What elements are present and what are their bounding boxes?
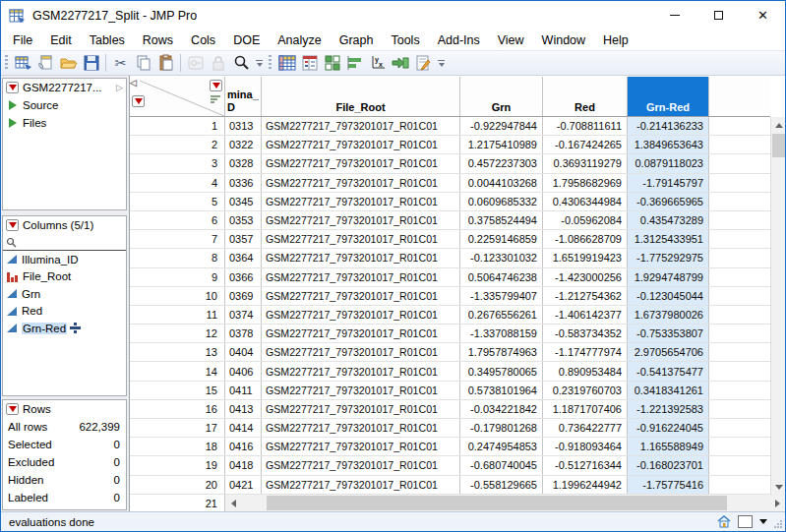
rows-stat-row[interactable]: All rows 622,399 bbox=[3, 418, 126, 436]
rows-stat-row[interactable]: Excluded 0 bbox=[3, 453, 126, 471]
file-root-cell[interactable]: GSM2277217_7973201017_R01C01 bbox=[262, 230, 460, 248]
menu-item[interactable]: DOE bbox=[224, 31, 269, 49]
illumina-id-cell[interactable]: 0353 bbox=[225, 211, 262, 229]
row-number-cell[interactable]: 3 bbox=[130, 154, 225, 172]
red-cell[interactable]: 1.6519919423 bbox=[543, 249, 628, 266]
illumina-id-cell[interactable]: 0345 bbox=[225, 193, 262, 210]
file-root-cell[interactable]: GSM2277217_7973201017_R01C01 bbox=[262, 325, 460, 342]
file-root-cell[interactable]: GSM2277217_7973201017_R01C01 bbox=[262, 174, 460, 192]
new-data-table-icon[interactable] bbox=[12, 52, 34, 74]
column-item-grn[interactable]: Grn bbox=[3, 285, 126, 303]
rows-stat-row[interactable]: Labeled 0 bbox=[3, 489, 126, 506]
grn-red-cell[interactable]: 0.3418341261 bbox=[628, 382, 709, 399]
grn-red-cell[interactable]: -0.168023701 bbox=[628, 456, 709, 474]
illumina-id-cell[interactable]: 0322 bbox=[225, 136, 262, 153]
data-table-icon[interactable] bbox=[275, 52, 298, 74]
menu-item[interactable]: Help bbox=[594, 31, 637, 49]
illumina-id-cell[interactable]: 0418 bbox=[225, 456, 262, 474]
illumina-id-cell[interactable]: 0328 bbox=[225, 154, 262, 172]
row-number-cell[interactable]: 18 bbox=[130, 438, 225, 455]
row-number-cell[interactable]: 14 bbox=[130, 362, 225, 380]
red-cell[interactable]: -1.212754362 bbox=[543, 287, 628, 305]
file-root-cell[interactable]: GSM2277217_7973201017_R01C01 bbox=[262, 343, 460, 361]
file-root-cell[interactable]: GSM2277217_7973201017_R01C01 bbox=[262, 117, 460, 135]
illumina-id-cell[interactable]: 0421 bbox=[225, 476, 262, 494]
red-cell[interactable]: -1.174777974 bbox=[543, 343, 628, 361]
illumina-id-cell[interactable]: 0414 bbox=[225, 419, 262, 437]
resize-grip[interactable] bbox=[773, 519, 783, 529]
illumina-id-cell[interactable]: 0364 bbox=[225, 249, 262, 266]
fit-y-by-x-icon[interactable]: yx bbox=[366, 52, 389, 74]
column-item-red[interactable]: Red bbox=[3, 303, 126, 321]
grn-cell[interactable]: 0.3495780065 bbox=[460, 362, 543, 380]
search-icon[interactable] bbox=[229, 52, 252, 74]
scroll-right-icon[interactable] bbox=[769, 495, 785, 511]
red-cell[interactable]: 0.736422777 bbox=[543, 419, 628, 437]
status-dropdown-icon[interactable] bbox=[759, 519, 767, 524]
grn-cell[interactable]: 0.5064746238 bbox=[460, 268, 543, 286]
table-script-item[interactable]: Source bbox=[3, 96, 126, 114]
red-cell[interactable]: -0.918093464 bbox=[543, 438, 628, 455]
tile-windows-icon[interactable] bbox=[321, 52, 343, 74]
rows-stat-row[interactable]: Selected 0 bbox=[3, 436, 126, 453]
illumina-id-cell[interactable]: 0357 bbox=[225, 230, 262, 248]
illumina-id-cell[interactable]: 0336 bbox=[225, 174, 262, 192]
grn-cell[interactable]: -0.922947844 bbox=[460, 117, 543, 135]
scroll-up-icon[interactable] bbox=[771, 117, 785, 133]
cut-icon[interactable]: ✂ bbox=[109, 52, 132, 74]
grn-red-cell[interactable]: -0.541375477 bbox=[628, 362, 709, 380]
file-root-cell[interactable]: GSM2277217_7973201017_R01C01 bbox=[262, 382, 460, 399]
red-cell[interactable]: -1.086628709 bbox=[543, 230, 628, 248]
illumina-id-cell[interactable]: 0369 bbox=[225, 287, 262, 305]
grn-red-cell[interactable]: -1.75775416 bbox=[628, 476, 709, 494]
row-number-cell[interactable]: 16 bbox=[130, 400, 225, 418]
file-root-cell[interactable]: GSM2277217_7973201017_R01C01 bbox=[262, 136, 460, 153]
grn-red-cell[interactable]: -0.916224045 bbox=[628, 419, 709, 437]
grn-red-cell[interactable]: -0.123045044 bbox=[628, 287, 709, 305]
grn-red-cell[interactable]: -1.221392583 bbox=[628, 400, 709, 418]
grn-cell[interactable]: -0.179801268 bbox=[460, 419, 543, 437]
file-root-cell[interactable]: GSM2277217_7973201017_R01C01 bbox=[262, 249, 460, 266]
file-root-cell[interactable]: GSM2277217_7973201017_R01C01 bbox=[262, 193, 460, 210]
toolbar-overflow-chevron[interactable] bbox=[438, 60, 445, 67]
red-cell[interactable]: -1.406142377 bbox=[543, 306, 628, 324]
red-cell[interactable]: -0.583734352 bbox=[543, 325, 628, 342]
file-root-cell[interactable]: GSM2277217_7973201017_R01C01 bbox=[262, 306, 460, 324]
copy-icon[interactable] bbox=[132, 52, 154, 74]
row-number-cell[interactable]: 9 bbox=[130, 268, 225, 286]
grn-red-cell[interactable]: -0.214136233 bbox=[628, 117, 709, 135]
grn-cell[interactable]: 1.7957874963 bbox=[460, 343, 543, 361]
file-root-cell[interactable]: GSM2277217_7973201017_R01C01 bbox=[262, 456, 460, 474]
menu-item[interactable]: Analyze bbox=[269, 31, 330, 49]
grn-red-cell[interactable]: -0.753353807 bbox=[628, 325, 709, 342]
illumina-id-cell[interactable]: 0406 bbox=[225, 362, 262, 380]
menu-item[interactable]: Cols bbox=[182, 31, 224, 49]
vertical-scrollbar[interactable] bbox=[770, 117, 785, 495]
toolbar-overflow-chevron[interactable] bbox=[256, 60, 263, 67]
grn-cell[interactable]: 1.2175410989 bbox=[460, 136, 543, 153]
grn-cell[interactable]: 0.3758524494 bbox=[460, 211, 543, 229]
column-header-file-root[interactable]: File_Root bbox=[262, 77, 460, 116]
menu-item[interactable]: Add-Ins bbox=[429, 31, 489, 49]
menu-item[interactable]: Rows bbox=[134, 31, 182, 49]
minimize-button[interactable] bbox=[652, 1, 696, 30]
red-cell[interactable]: 1.1871707406 bbox=[543, 400, 628, 418]
column-item-grn-red[interactable]: Grn-Red bbox=[3, 320, 126, 337]
row-number-cell[interactable]: 8 bbox=[130, 249, 225, 266]
illumina-id-cell[interactable]: 0404 bbox=[225, 343, 262, 361]
status-indicator-box[interactable] bbox=[738, 515, 753, 528]
file-root-cell[interactable]: GSM2277217_7973201017_R01C01 bbox=[262, 268, 460, 286]
table-script-item[interactable]: Files bbox=[3, 114, 126, 132]
run-triangle-icon[interactable] bbox=[9, 100, 17, 110]
red-cell[interactable]: 1.7958682969 bbox=[543, 174, 628, 192]
menu-item[interactable]: File bbox=[4, 31, 41, 49]
grn-cell[interactable]: 0.2474954853 bbox=[460, 438, 543, 455]
rows-menu-red-triangle-button[interactable] bbox=[132, 95, 145, 107]
illumina-id-cell[interactable]: 0411 bbox=[225, 382, 262, 399]
row-number-cell[interactable]: 2 bbox=[130, 136, 225, 153]
grn-red-cell[interactable]: 0.0879118023 bbox=[628, 154, 709, 172]
table-red-triangle-button[interactable] bbox=[6, 82, 19, 93]
grn-cell[interactable]: 0.5738101964 bbox=[460, 382, 543, 399]
menu-item[interactable]: Tables bbox=[81, 31, 134, 49]
file-root-cell[interactable]: GSM2277217_7973201017_R01C01 bbox=[262, 419, 460, 437]
